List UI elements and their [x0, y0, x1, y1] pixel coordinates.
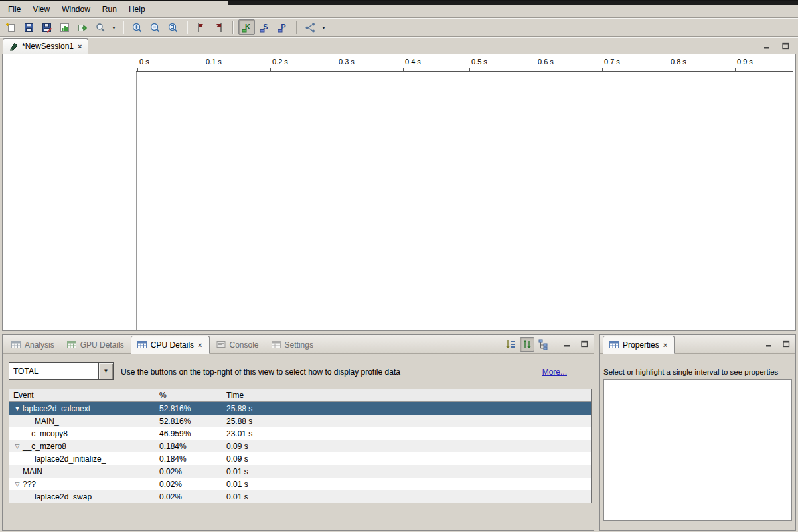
dropdown-arrow-icon[interactable]: ▼: [110, 25, 118, 30]
profile-selector-dropdown[interactable]: ▼: [98, 363, 113, 379]
tab-properties[interactable]: Properties ×: [603, 336, 675, 354]
profile-selector[interactable]: TOTAL ▼: [9, 362, 114, 380]
toolbar-separator: [296, 21, 297, 34]
zoom-out-button[interactable]: [147, 19, 163, 35]
ruler-tick-label: 0.4 s: [405, 58, 421, 66]
properties-content: [603, 379, 792, 521]
timeline-content: 0 s0.1 s0.2 s0.3 s0.4 s0.5 s0.6 s0.7 s0.…: [2, 54, 796, 331]
menu-item-view[interactable]: View: [27, 3, 55, 15]
tab-label: Analysis: [25, 340, 54, 350]
minimize-button[interactable]: [761, 41, 772, 51]
table-row[interactable]: __c_mcopy846.959%23.01 s: [9, 427, 591, 440]
ruler-tick-label: 0.7 s: [604, 58, 620, 66]
gpu-details-tab-icon: [67, 340, 77, 349]
event-name: ???: [23, 480, 36, 489]
ruler-tick-label: 0.5 s: [471, 58, 487, 66]
tab-console[interactable]: Console: [210, 336, 265, 353]
application-window: FileViewWindowRunHelp ▼KSP▼ *NewSession1…: [0, 0, 798, 532]
minimize-button[interactable]: [763, 339, 774, 349]
marker-prev-button[interactable]: [210, 19, 227, 35]
event-cell: MAIN_: [9, 415, 155, 427]
event-cell: ▽__c_mzero8: [9, 440, 155, 452]
flat-view-icon: [521, 338, 533, 350]
toolbar-separator: [187, 21, 187, 34]
ruler-tick-label: 0.1 s: [206, 58, 222, 66]
menu-item-run[interactable]: Run: [97, 3, 122, 15]
analysis-button[interactable]: [302, 19, 319, 35]
ruler-tick-label: 0 s: [139, 58, 149, 66]
toolbar-separator: [123, 21, 123, 34]
table-row[interactable]: ▽__c_mzero80.184%0.09 s: [9, 440, 591, 452]
marker-prev-icon: [213, 22, 224, 33]
menubar-separator: [0, 17, 798, 18]
console-tab-icon: [216, 340, 226, 349]
tab-analysis[interactable]: Analysis: [5, 336, 60, 353]
tab-cpu-details[interactable]: CPU Details×: [131, 336, 210, 354]
properties-panel: Properties × Select or highlight a singl…: [599, 334, 796, 531]
table-row[interactable]: laplace2d_swap_0.02%0.01 s: [9, 490, 591, 503]
stream-toggle-button[interactable]: S: [256, 19, 273, 35]
column-header-percent[interactable]: %: [155, 389, 222, 401]
menu-item-help[interactable]: Help: [123, 3, 151, 15]
expand-marker-icon[interactable]: ▽: [12, 443, 23, 450]
session-tab[interactable]: *NewSession1 ×: [3, 38, 88, 54]
tab-gpu-details[interactable]: GPU Details: [61, 336, 130, 353]
expand-marker-icon[interactable]: ▼: [12, 405, 23, 412]
marker-next-button[interactable]: [193, 19, 209, 35]
properties-tab-close-icon[interactable]: ×: [663, 341, 668, 349]
table-row[interactable]: ▽???0.02%0.01 s: [9, 478, 591, 490]
minimize-button[interactable]: [562, 339, 572, 349]
zoom-in-button[interactable]: [129, 19, 145, 35]
tab-close-icon[interactable]: ×: [197, 341, 202, 349]
toolbar-separator: [232, 21, 233, 34]
table-header: Event % Time: [9, 389, 591, 402]
time-cell: 0.09 s: [222, 440, 591, 452]
more-link[interactable]: More...: [542, 367, 567, 377]
new-session-button[interactable]: [3, 19, 19, 35]
ruler-tick-label: 0.9 s: [737, 58, 753, 66]
menu-item-window[interactable]: Window: [56, 3, 96, 15]
table-row[interactable]: MAIN_52.816%25.88 s: [9, 415, 591, 427]
flat-view-button[interactable]: [520, 337, 534, 352]
settings-tab-icon: [272, 340, 281, 349]
chart-button[interactable]: [56, 19, 73, 35]
table-row[interactable]: ▼laplace2d_calcnext_52.816%25.88 s: [9, 402, 591, 415]
zoom-out-icon: [149, 22, 161, 33]
dropdown-arrow-icon[interactable]: ▼: [320, 25, 327, 30]
table-row[interactable]: MAIN_0.02%0.01 s: [9, 465, 591, 478]
column-header-time[interactable]: Time: [222, 389, 591, 401]
kernel-toggle-button[interactable]: K: [238, 19, 255, 35]
time-cell: 25.88 s: [222, 415, 591, 427]
ruler-tick: [337, 68, 337, 72]
save-button[interactable]: [21, 19, 37, 35]
details-window-buttons: [562, 339, 590, 349]
properties-window-buttons: [763, 339, 791, 349]
sort-button[interactable]: [503, 337, 518, 352]
call-tree-button[interactable]: [536, 337, 551, 352]
session-tab-close-icon[interactable]: ×: [77, 42, 82, 50]
expand-marker-icon[interactable]: ▽: [12, 481, 23, 488]
tab-settings[interactable]: Settings: [266, 336, 319, 353]
maximize-button[interactable]: [781, 339, 791, 349]
column-header-event[interactable]: Event: [9, 389, 155, 401]
zoom-menu-button[interactable]: [92, 19, 109, 35]
export-button[interactable]: [74, 19, 91, 35]
ruler-tick: [270, 68, 271, 72]
ruler-tick: [602, 68, 603, 72]
maximize-button[interactable]: [780, 41, 791, 51]
time-cell: 0.01 s: [222, 478, 591, 490]
ruler-tick: [735, 68, 736, 72]
timeline-divider[interactable]: [136, 72, 137, 330]
process-toggle-button[interactable]: P: [274, 19, 291, 35]
kernel-toggle-icon: K: [241, 21, 253, 33]
event-name: laplace2d_calcnext_: [23, 404, 95, 413]
view-toolbar: [503, 337, 551, 352]
stream-toggle-icon: S: [259, 21, 271, 33]
menu-item-file[interactable]: File: [3, 3, 26, 15]
ruler-tick-label: 0.8 s: [671, 58, 686, 66]
maximize-button[interactable]: [579, 339, 590, 349]
zoom-fit-button[interactable]: [165, 19, 181, 35]
ruler-tick-label: 0.2 s: [272, 58, 288, 66]
save-as-button[interactable]: [39, 19, 55, 35]
table-row[interactable]: laplace2d_initialize_0.184%0.09 s: [9, 452, 591, 465]
